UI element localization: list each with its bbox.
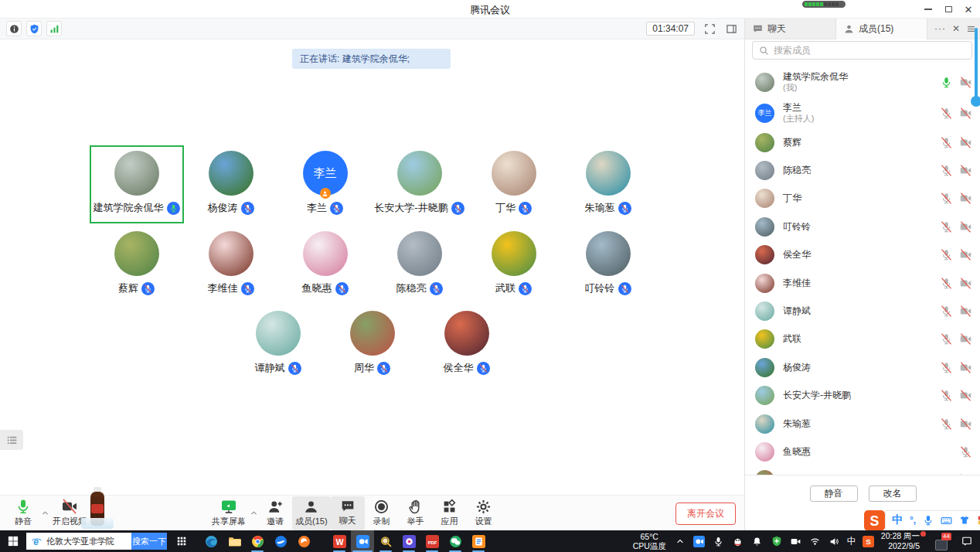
fullscreen-icon[interactable] [703,22,716,36]
participant-tile[interactable]: 陈稳亮 [373,226,467,304]
mic-muted-icon[interactable] [941,107,952,119]
toolbar-invite-icon[interactable]: 邀请 [258,496,292,530]
taskbar-clock[interactable]: 20:28 周一 2022/9/5 [881,531,926,551]
member-row[interactable]: 长安大学-井晓鹏 [745,382,980,410]
mic-muted-icon[interactable] [941,249,952,261]
taskbar-chrome-icon[interactable] [246,530,269,552]
mic-muted-icon[interactable] [941,137,952,148]
taskbar-sogou-browser-icon[interactable] [292,530,315,552]
participant-tile[interactable]: 谭静斌 [231,305,325,383]
mic-muted-icon[interactable] [941,333,952,345]
member-row[interactable]: 杨俊涛 [745,353,980,381]
mic-muted-icon[interactable] [941,221,952,233]
action-center-icon[interactable] [957,532,977,550]
meeting-info-icon[interactable] [6,21,22,36]
task-view-icon[interactable] [170,530,193,552]
camera-off-icon[interactable] [960,278,971,289]
tray-volume-icon[interactable] [828,532,842,550]
tab-members[interactable]: 成员(15) [836,19,927,39]
mic-muted-icon[interactable] [941,305,952,317]
security-shield-icon[interactable] [26,21,42,36]
member-row[interactable]: 李兰李兰(主持人) [745,97,980,128]
member-row[interactable]: 蔡辉 [745,128,980,156]
member-row[interactable]: 朱瑜葱 [745,410,980,438]
tray-meeting-icon[interactable] [692,532,706,550]
taskbar-docs-app-icon[interactable] [467,530,490,552]
participant-tile[interactable]: 侯全华 [420,305,514,383]
camera-off-icon[interactable] [960,249,971,261]
mic-icon[interactable] [941,77,952,88]
tray-mic-icon[interactable] [712,532,726,550]
chevron-up-icon[interactable] [249,496,258,530]
participant-tile[interactable]: 周华 [325,305,420,383]
participant-tile[interactable]: 李维佳 [184,226,278,304]
search-input[interactable] [774,45,965,56]
participant-tile[interactable]: 叮铃铃 [561,226,655,304]
toolbar-settings-icon[interactable]: 设置 [467,496,501,530]
mic-muted-icon[interactable] [941,362,952,373]
participant-tile[interactable]: 李兰李兰 [278,145,373,223]
tray-qq-icon[interactable] [731,532,745,550]
toolbar-apps-icon[interactable]: 应用 [433,496,467,530]
minimize-button[interactable] [918,1,938,18]
camera-off-icon[interactable] [960,305,971,317]
camera-off-icon[interactable] [960,107,971,119]
rename-button[interactable]: 改名 [869,486,917,502]
member-row[interactable]: 武联 [745,325,980,353]
mic-muted-icon[interactable] [941,278,952,289]
participant-tile[interactable]: 武联 [467,226,561,304]
toolbar-raise-hand-icon[interactable]: 举手 [399,496,433,530]
taskbar-wps-icon[interactable]: W [328,530,351,552]
member-search-box[interactable] [752,41,972,60]
toolbar-camera-off-icon[interactable]: 开启视频 [49,496,90,530]
tray-wifi-icon[interactable] [808,532,822,550]
panel-menu-icon[interactable] [966,24,976,34]
ime-punctuation[interactable]: °, [910,515,916,526]
mic-muted-icon[interactable] [960,446,971,458]
camera-off-icon[interactable] [960,418,971,430]
participant-tile[interactable]: 杨俊涛 [184,145,278,223]
panel-close-icon[interactable]: ✕ [952,23,960,34]
member-row[interactable]: 建筑学院余侃华(我) [745,66,980,97]
side-list-toggle[interactable] [0,430,23,450]
leave-meeting-button[interactable]: 离开会议 [675,503,736,525]
tray-projector-icon[interactable] [789,532,803,550]
member-row[interactable]: 李维佳 [745,269,980,297]
participant-tile[interactable]: 朱瑜葱 [561,145,655,223]
mute-button[interactable]: 静音 [810,486,858,502]
member-row[interactable]: 丁华 [745,185,980,213]
mic-muted-icon[interactable] [941,390,952,401]
maximize-button[interactable] [938,1,958,18]
participant-tile[interactable]: 丁华 [467,145,561,223]
toolbar-chat-icon[interactable]: 聊天 [331,496,365,530]
taskbar-tencent-meeting-icon[interactable] [351,530,374,552]
member-row[interactable]: 谭静斌 [745,297,980,325]
taskbar-xunlei-icon[interactable] [269,530,292,552]
start-button[interactable] [0,530,26,552]
camera-off-icon[interactable] [960,362,971,373]
sogou-logo[interactable]: S [864,510,885,530]
taskbar-search-button[interactable]: 搜索一下 [131,533,167,550]
panel-more-icon[interactable]: ··· [934,23,946,34]
tray-bell-icon[interactable] [750,532,764,550]
mic-muted-icon[interactable] [941,193,952,204]
camera-off-icon[interactable] [960,165,971,176]
camera-off-icon[interactable] [960,390,971,401]
taskbar-wechat-icon[interactable] [444,530,467,552]
toolbar-share-screen-icon[interactable]: 共享屏幕 [209,496,249,530]
close-button[interactable]: ✕ [958,1,978,18]
taskbar-pdf-reader-icon[interactable]: PDF [420,530,444,552]
mic-muted-icon[interactable] [941,418,952,430]
toolbox-icon[interactable] [977,515,980,526]
tray-ime-mode[interactable]: 中 [847,535,856,548]
member-row[interactable]: 鱼晓惠 [745,438,980,465]
video-app-tray-icon[interactable]: 44 [931,532,951,550]
toolbar-record-icon[interactable]: 录制 [365,496,399,530]
taskbar-edge-icon[interactable] [199,530,223,552]
toolbar-members-icon[interactable]: 成员(15) [292,496,331,530]
member-row[interactable]: 侯全华 [745,241,980,269]
taskbar-media-app-icon[interactable] [397,530,420,552]
mic-muted-icon[interactable] [941,165,952,176]
taskbar-magnifier-icon[interactable] [374,530,397,552]
participant-tile[interactable]: 鱼晓惠 [278,226,373,304]
